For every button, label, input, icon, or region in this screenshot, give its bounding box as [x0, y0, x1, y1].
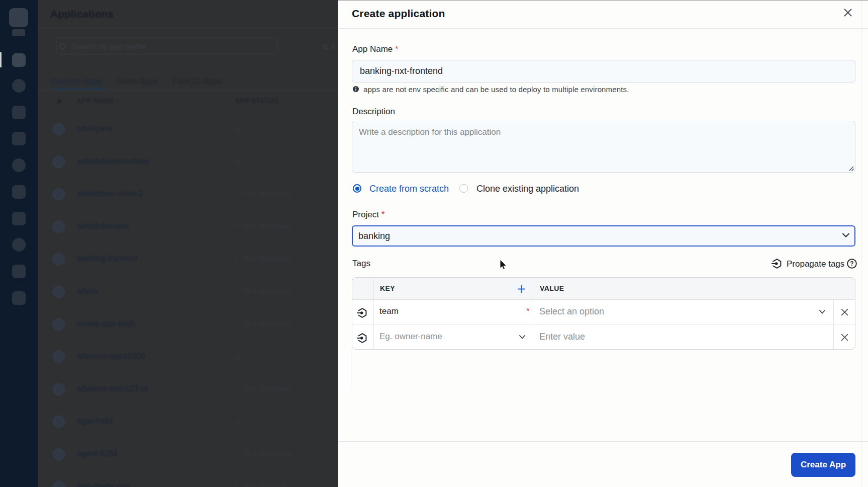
svg-text:?: ?: [850, 260, 853, 267]
